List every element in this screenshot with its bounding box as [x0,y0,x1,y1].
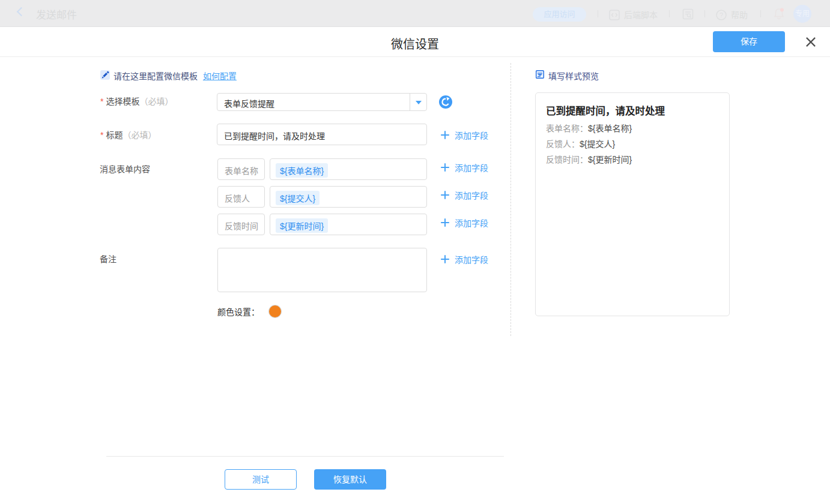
svg-text:?: ? [719,11,723,19]
